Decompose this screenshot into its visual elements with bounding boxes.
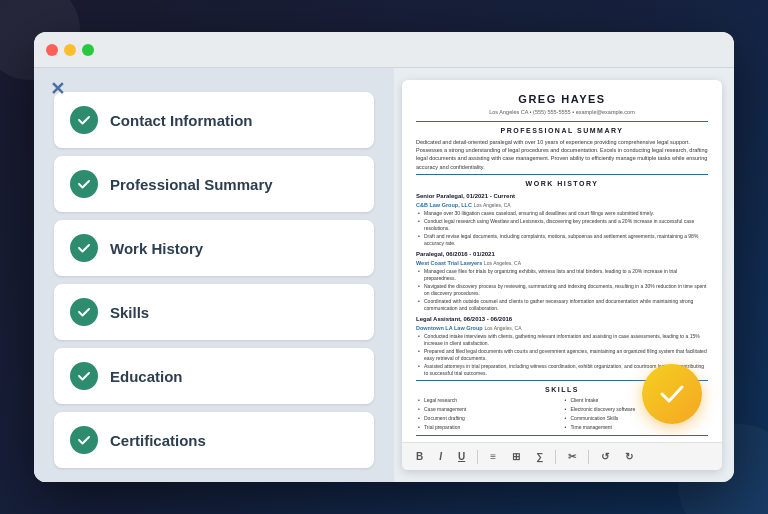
maximize-dot[interactable] (82, 44, 94, 56)
resume-job-2-bullet-1: Managed case files for trials by organiz… (416, 268, 708, 282)
sidebar-label-education: Education (110, 368, 183, 385)
resume-divider-top (416, 121, 708, 122)
resume-job-1-title: Senior Paralegal, 01/2021 - Current (416, 192, 708, 200)
sidebar-label-skills: Skills (110, 304, 149, 321)
close-dot[interactable] (46, 44, 58, 56)
progress-section: Resume Completeness: 100% (54, 476, 374, 482)
sidebar-items: Contact Information Professional Summary (54, 92, 374, 468)
resume-skill-8: Time management (563, 424, 709, 431)
sidebar-item-work[interactable]: Work History (54, 220, 374, 276)
resume-job-3-title: Legal Assistant, 06/2013 - 06/2016 (416, 315, 708, 323)
resume-summary-text: Dedicated and detail-oriented paralegal … (416, 138, 708, 171)
sidebar-label-contact: Contact Information (110, 112, 253, 129)
check-icon-summary (70, 170, 98, 198)
resume-job-1-location: Los Angeles, CA (474, 202, 511, 208)
toolbar-italic[interactable]: I (435, 449, 446, 464)
completion-badge (642, 364, 702, 424)
check-icon-certifications (70, 426, 98, 454)
resume-job-3-company: Downtown LA Law Group (416, 325, 483, 331)
resume-skill-5: Document drafting (416, 415, 562, 422)
sidebar: Contact Information Professional Summary (34, 68, 394, 482)
resume-job-1-bullet-1: Manage over 30 litigation cases caseload… (416, 210, 708, 217)
resume-job-1-bullet-2: Conduct legal research using Westlaw and… (416, 218, 708, 232)
resume-divider-work (416, 174, 708, 175)
resume-job-1-company: C&B Law Group, LLC (416, 202, 472, 208)
resume-job-1-bullet-3: Draft and revise legal documents, includ… (416, 233, 708, 247)
resume-job-2-bullet-3: Coordinated with outside counsel and cli… (416, 298, 708, 312)
resume-toolbar: B I U ≡ ⊞ ∑ ✂ ↺ ↻ (402, 442, 722, 470)
sidebar-item-education[interactable]: Education (54, 348, 374, 404)
toolbar-bold[interactable]: B (412, 449, 427, 464)
sidebar-label-certifications: Certifications (110, 432, 206, 449)
browser-chrome (34, 32, 734, 68)
resume-job-2-company: West Coast Trial Lawyers (416, 260, 482, 266)
check-icon-skills (70, 298, 98, 326)
browser-content: ✕ Contact Information (34, 68, 734, 482)
resume-name: Greg Hayes (416, 92, 708, 107)
sidebar-item-certifications[interactable]: Certifications (54, 412, 374, 468)
sidebar-item-skills[interactable]: Skills (54, 284, 374, 340)
resume-job-2-title: Paralegal, 06/2016 - 01/2021 (416, 250, 708, 258)
resume-skill-7: Trial preparation (416, 424, 562, 431)
check-icon-contact (70, 106, 98, 134)
resume-skill-3: Case management (416, 406, 562, 413)
resume-contact: Los Angeles CA • (555) 555-5555 • exampl… (416, 109, 708, 117)
toolbar-scissors[interactable]: ✂ (564, 449, 580, 464)
browser-window: ✕ Contact Information (34, 32, 734, 482)
toolbar-underline[interactable]: U (454, 449, 469, 464)
toolbar-table[interactable]: ⊞ (508, 449, 524, 464)
check-icon-education (70, 362, 98, 390)
resume-job-3-bullet-1: Conducted intake interviews with clients… (416, 333, 708, 347)
resume-job-3-location: Los Angeles, CA (485, 325, 522, 331)
resume-divider-edu (416, 435, 708, 436)
resume-job-2-bullet-2: Navigated the discovery process by revie… (416, 283, 708, 297)
toolbar-redo[interactable]: ↻ (621, 449, 637, 464)
toolbar-sep-3 (588, 450, 589, 464)
resume-skill-1: Legal research (416, 397, 562, 404)
close-x-icon[interactable]: ✕ (50, 78, 65, 100)
resume-work-title: Work History (416, 179, 708, 189)
toolbar-undo[interactable]: ↺ (597, 449, 613, 464)
toolbar-sep-1 (477, 450, 478, 464)
check-icon-work (70, 234, 98, 262)
resume-job-3-bullet-2: Prepared and filed legal documents with … (416, 348, 708, 362)
sidebar-label-summary: Professional Summary (110, 176, 273, 193)
sidebar-item-contact[interactable]: Contact Information (54, 92, 374, 148)
resume-summary-title: Professional Summary (416, 126, 708, 136)
sidebar-label-work: Work History (110, 240, 203, 257)
toolbar-formula[interactable]: ∑ (532, 449, 547, 464)
resume-job-2-location: Los Angeles, CA (484, 260, 521, 266)
toolbar-list[interactable]: ≡ (486, 449, 500, 464)
minimize-dot[interactable] (64, 44, 76, 56)
sidebar-item-summary[interactable]: Professional Summary (54, 156, 374, 212)
toolbar-sep-2 (555, 450, 556, 464)
